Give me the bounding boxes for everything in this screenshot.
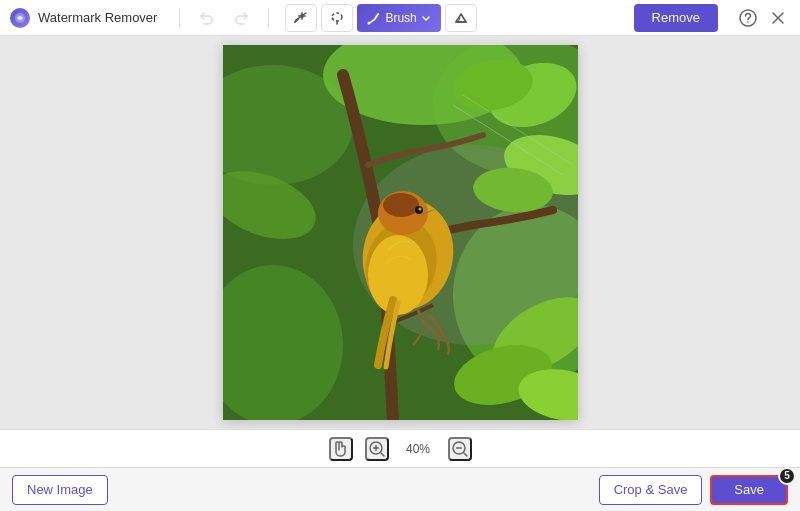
hand-tool-button[interactable] xyxy=(329,437,353,461)
erase-button[interactable] xyxy=(445,4,477,32)
zoom-out-button[interactable] xyxy=(448,437,472,461)
svg-point-4 xyxy=(747,21,749,23)
notification-badge: 5 xyxy=(778,467,796,485)
crop-save-button[interactable]: Crop & Save xyxy=(599,475,703,505)
app-title: Watermark Remover xyxy=(38,10,157,25)
zoom-level: 40% xyxy=(401,442,436,456)
right-actions: Crop & Save Save 5 xyxy=(599,475,788,505)
svg-point-2 xyxy=(368,21,371,24)
redo-button[interactable] xyxy=(228,4,256,32)
brush-label: Brush xyxy=(385,11,416,25)
undo-button[interactable] xyxy=(192,4,220,32)
title-right xyxy=(736,6,790,30)
svg-point-26 xyxy=(418,208,421,211)
toolbar-separator-2 xyxy=(268,8,269,28)
help-button[interactable] xyxy=(736,6,760,30)
zoom-bar: 40% xyxy=(0,429,800,467)
remove-button[interactable]: Remove xyxy=(634,4,718,32)
title-bar: Watermark Remover xyxy=(0,0,800,36)
magic-wand-button[interactable] xyxy=(285,4,317,32)
action-bar: New Image Crop & Save Save 5 xyxy=(0,467,800,511)
lasso-button[interactable] xyxy=(321,4,353,32)
toolbar-separator xyxy=(179,8,180,28)
bird-image xyxy=(223,45,578,420)
save-button[interactable]: Save xyxy=(710,475,788,505)
brush-button[interactable]: Brush xyxy=(357,4,440,32)
canvas-area xyxy=(0,36,800,429)
svg-point-24 xyxy=(383,193,419,217)
svg-point-1 xyxy=(332,13,342,21)
app-logo xyxy=(10,8,30,28)
new-image-button[interactable]: New Image xyxy=(12,475,108,505)
tool-group: Brush xyxy=(285,4,476,32)
zoom-in-button[interactable] xyxy=(365,437,389,461)
image-container[interactable] xyxy=(223,45,578,420)
save-button-wrapper: Save 5 xyxy=(710,475,788,505)
close-button[interactable] xyxy=(766,6,790,30)
